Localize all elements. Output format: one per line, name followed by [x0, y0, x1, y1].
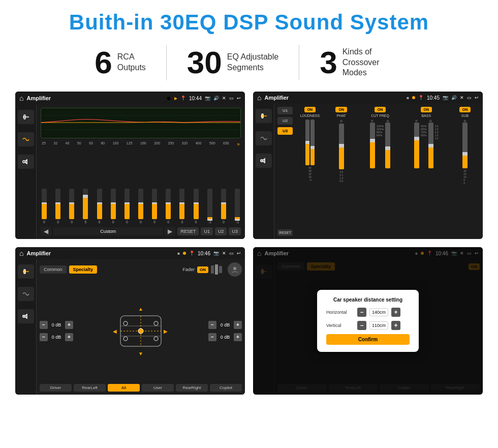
- eq-screen-title: Amplifier: [26, 95, 163, 101]
- bass-slider-f[interactable]: [414, 123, 419, 168]
- phat-slider[interactable]: [339, 124, 344, 169]
- fader-rearleft-btn[interactable]: RearLeft: [74, 384, 106, 392]
- fader-home-icon[interactable]: ⌂: [19, 249, 23, 257]
- fader-user-btn[interactable]: User: [142, 384, 174, 392]
- cutfreq-toggle[interactable]: ON: [375, 107, 386, 112]
- eq-reset-btn[interactable]: RESET: [177, 227, 199, 235]
- dialog-horizontal-minus[interactable]: −: [357, 308, 366, 317]
- bass-slider-g[interactable]: [428, 123, 433, 168]
- fader-fl-minus[interactable]: −: [40, 321, 48, 329]
- fader-rearright-btn[interactable]: RearRight: [176, 384, 208, 392]
- fader-rl-minus[interactable]: −: [40, 333, 48, 341]
- eq-slider-4[interactable]: 0: [97, 183, 102, 224]
- eq-slider-12[interactable]: -1: [207, 183, 212, 224]
- fader-copilot-btn[interactable]: Copilot: [210, 384, 242, 392]
- crossover-u1-btn[interactable]: U1: [277, 107, 293, 114]
- crossover-back-icon[interactable]: ↩: [475, 95, 479, 100]
- eq-slider-7[interactable]: 0: [138, 183, 143, 224]
- eq-slider-9[interactable]: 0: [166, 183, 171, 224]
- eq-home-icon[interactable]: ⌂: [19, 94, 23, 102]
- svg-text:▶: ▶: [164, 328, 168, 334]
- crossover-battery-icon: ▭: [467, 95, 472, 100]
- dialog-vertical-minus[interactable]: −: [357, 321, 366, 330]
- loudness-slider-r[interactable]: [310, 120, 315, 165]
- eq-u1-btn[interactable]: U1: [201, 227, 213, 235]
- eq-slider-1[interactable]: 0: [55, 183, 60, 224]
- sub-slider[interactable]: [462, 123, 468, 168]
- dialog-vertical-plus[interactable]: +: [391, 321, 400, 330]
- eq-prev-btn[interactable]: ◀: [41, 227, 51, 236]
- eq-sidebar-wave-btn[interactable]: [18, 132, 34, 146]
- eq-slider-13[interactable]: 0: [221, 183, 226, 224]
- eq-u3-btn[interactable]: U3: [229, 227, 241, 235]
- bass-toggle[interactable]: ON: [421, 107, 432, 112]
- fader-sidebar-wave-btn[interactable]: [18, 287, 34, 301]
- fader-fr-plus[interactable]: +: [234, 321, 242, 329]
- eq-slider-0[interactable]: 0: [42, 183, 47, 224]
- loudness-label: LOUDNESS: [300, 114, 320, 117]
- eq-slider-6[interactable]: 0: [124, 183, 130, 224]
- crossover-presets: U1 U2 U3 RESET: [277, 107, 293, 236]
- svg-point-12: [233, 267, 236, 270]
- eq-sidebar-speaker-btn[interactable]: [18, 155, 34, 169]
- channel-phat: ON PHAT G 3.02.11.30.5: [327, 107, 356, 236]
- svg-rect-8: [261, 160, 263, 162]
- fader-rr-minus[interactable]: −: [208, 333, 216, 341]
- crossover-home-icon[interactable]: ⌂: [257, 94, 261, 102]
- eq-sidebar-eq-btn[interactable]: [18, 110, 34, 124]
- eq-sidebar: [15, 105, 37, 239]
- eq-main-area: 25 32 40 50 63 80 100 125 160 200 250 32…: [37, 105, 245, 239]
- fader-fl-plus[interactable]: +: [65, 321, 73, 329]
- dialog-horizontal-plus[interactable]: +: [391, 308, 400, 317]
- eq-next-btn[interactable]: ▶: [165, 227, 175, 236]
- eq-slider-14[interactable]: -1: [235, 183, 240, 224]
- eq-slider-10[interactable]: 0: [179, 183, 184, 224]
- eq-bottom-controls: ◀ Custom ▶ RESET U1 U2 U3: [41, 227, 241, 236]
- dialog-screen: ⌂ Amplifier ■ 📍 10:46 📷 ✕ ▭ ↩: [253, 247, 483, 395]
- dialog-confirm-btn[interactable]: Confirm: [326, 334, 410, 345]
- loudness-slider-l[interactable]: [305, 120, 309, 165]
- svg-rect-2: [23, 161, 25, 163]
- fader-sidebar-speaker-btn[interactable]: [18, 309, 34, 323]
- fader-dot2: [183, 252, 186, 255]
- fader-rr-value: 0 dB: [218, 335, 232, 340]
- eq-slider-2[interactable]: 0: [69, 183, 74, 224]
- fader-all-btn[interactable]: All: [108, 384, 140, 392]
- fader-rl-plus[interactable]: +: [65, 333, 73, 341]
- fader-main-area: Common Specialty Fader ON: [37, 259, 245, 395]
- eq-slider-11[interactable]: 0: [194, 183, 199, 224]
- dialog-vertical-value: 110cm: [369, 321, 388, 330]
- crossover-sidebar-eq-btn[interactable]: [256, 109, 272, 123]
- stat-rca: 6 RCA Outputs: [74, 47, 166, 78]
- fader-fr-minus[interactable]: −: [208, 321, 216, 329]
- eq-volume-icon: 🔊: [213, 96, 219, 101]
- sub-toggle[interactable]: ON: [459, 107, 471, 112]
- eq-slider-3[interactable]: 5: [83, 183, 88, 224]
- crossover-screen-title: Amplifier: [264, 95, 403, 101]
- fader-bars: [211, 264, 222, 275]
- fader-rr-plus[interactable]: +: [234, 333, 242, 341]
- svg-text:▲: ▲: [138, 306, 143, 312]
- crossover-u2-btn[interactable]: U2: [277, 117, 293, 125]
- eq-slider-8[interactable]: 0: [152, 183, 157, 224]
- eq-u2-btn[interactable]: U2: [215, 227, 227, 235]
- fader-back-icon[interactable]: ↩: [237, 251, 241, 256]
- loudness-toggle[interactable]: ON: [304, 107, 316, 112]
- eq-slider-5[interactable]: 0: [111, 183, 116, 224]
- cutfreq-slider-f[interactable]: [370, 123, 375, 168]
- crossover-reset-btn[interactable]: RESET: [277, 229, 293, 236]
- crossover-u3-btn[interactable]: U3: [277, 127, 293, 135]
- fader-sidebar-eq-btn[interactable]: [18, 264, 34, 279]
- cutfreq-slider-g[interactable]: [385, 123, 390, 168]
- crossover-gps-icon: 📍: [418, 95, 424, 100]
- dialog-title: Car speaker distance setting: [326, 297, 410, 303]
- fader-common-tab[interactable]: Common: [40, 265, 67, 274]
- crossover-sidebar-wave-btn[interactable]: [256, 131, 272, 145]
- fader-specialty-tab[interactable]: Specialty: [69, 265, 98, 274]
- fader-driver-btn[interactable]: Driver: [40, 384, 72, 392]
- phat-toggle[interactable]: ON: [335, 107, 347, 112]
- eq-back-icon[interactable]: ↩: [237, 96, 241, 101]
- crossover-dot2: [412, 96, 415, 99]
- crossover-sidebar-speaker-btn[interactable]: [256, 154, 272, 168]
- fader-toggle-btn[interactable]: ON: [197, 266, 208, 273]
